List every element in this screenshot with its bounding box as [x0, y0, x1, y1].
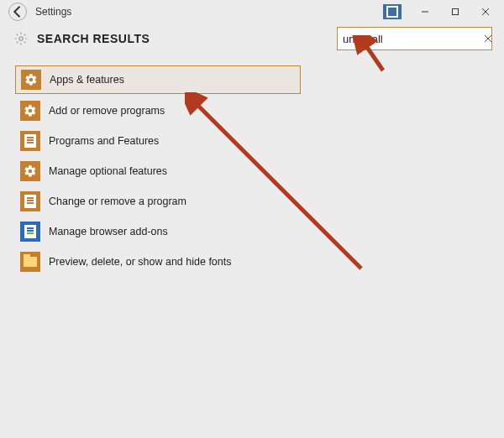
programs-icon — [20, 191, 40, 211]
result-item[interactable]: Programs and Features — [15, 128, 301, 154]
result-item[interactable]: Manage optional features — [15, 158, 301, 185]
window-title: Settings — [35, 6, 383, 18]
result-label: Programs and Features — [49, 135, 159, 147]
multi-monitor-icon[interactable] — [383, 4, 402, 19]
maximize-button[interactable] — [440, 2, 470, 22]
gear-icon — [21, 70, 41, 90]
result-label: Manage optional features — [49, 165, 167, 177]
back-button[interactable] — [8, 3, 27, 21]
results-list: Apps & featuresAdd or remove programsPro… — [0, 50, 504, 275]
svg-point-4 — [19, 37, 24, 41]
close-button[interactable] — [470, 2, 501, 22]
clear-search-icon[interactable] — [484, 33, 492, 44]
titlebar: Settings — [0, 0, 504, 23]
gear-icon — [20, 101, 40, 121]
gear-icon — [20, 161, 40, 181]
programs-icon — [20, 131, 40, 151]
search-input[interactable] — [343, 33, 484, 45]
window-controls — [383, 2, 501, 22]
result-label: Manage browser add-ons — [49, 226, 168, 237]
minimize-button[interactable] — [410, 2, 440, 22]
result-item[interactable]: Preview, delete, or show and hide fonts — [15, 248, 301, 275]
result-label: Preview, delete, or show and hide fonts — [49, 256, 232, 268]
gear-icon — [12, 29, 30, 48]
svg-rect-1 — [453, 9, 459, 15]
addons-icon — [20, 222, 40, 242]
result-label: Change or remove a program — [49, 196, 186, 207]
folder-icon — [20, 252, 40, 272]
page-title: SEARCH RESULTS — [37, 32, 337, 45]
result-item[interactable]: Change or remove a program — [15, 188, 301, 215]
result-label: Add or remove programs — [49, 105, 165, 117]
result-label: Apps & features — [50, 74, 124, 86]
result-item[interactable]: Add or remove programs — [15, 97, 301, 124]
page-header: SEARCH RESULTS — [0, 27, 504, 50]
result-item[interactable]: Apps & features — [15, 65, 301, 94]
search-box[interactable] — [337, 27, 492, 50]
result-item[interactable]: Manage browser add-ons — [15, 218, 301, 245]
